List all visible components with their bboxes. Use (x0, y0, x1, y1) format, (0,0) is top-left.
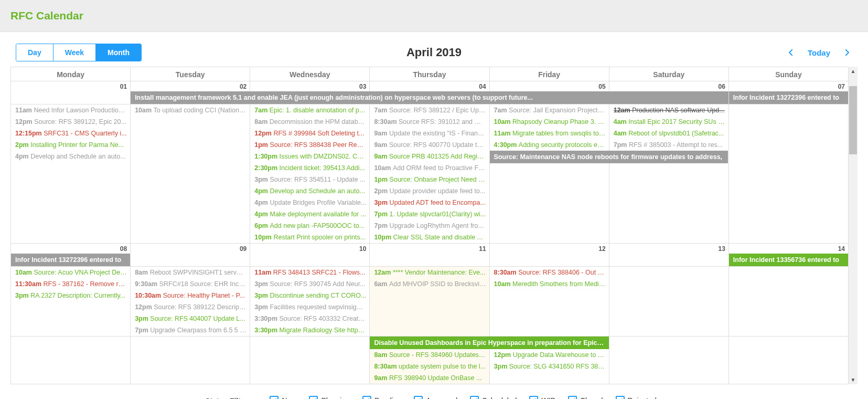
calendar-event[interactable]: 9am Source PRB 401325 Add Regis... (370, 151, 489, 162)
calendar-event[interactable]: 7am Epic: 1. disable annotation of pr... (250, 104, 369, 116)
calendar-event[interactable]: 6am Add MHVOIP SSID to Brecksvil... (370, 278, 489, 290)
calendar-event[interactable]: 10am Add ORM feed to Proactive Fo... (370, 162, 489, 174)
calendar-event[interactable]: 12pm Source: RFS 389122 Descripti... (131, 301, 250, 313)
calendar-event[interactable]: 1pm Source: Onbase Project Need to... (370, 174, 489, 185)
day-cell[interactable]: 7am Source: RFS 389122 / Epic Upg...8:30… (370, 104, 489, 244)
calendar-event[interactable]: 7am Source: RFS 389122 / Epic Upg... (370, 104, 489, 116)
day-cell[interactable]: 12pm Upgrade Data Warehouse to v...3pm S… (489, 349, 609, 384)
calendar-event[interactable]: 8am Source - RFS 384960 Updates ... (370, 349, 489, 361)
calendar-event[interactable]: 2pm Installing Printer for Parma Ne... (11, 139, 130, 151)
prev-month-button[interactable] (786, 47, 796, 58)
view-day-button[interactable]: Day (16, 44, 53, 61)
calendar-event[interactable]: 3:30pm Source: RFS 403332 Create ... (250, 313, 369, 324)
filter-wip[interactable]: WIP (529, 396, 555, 399)
day-cell[interactable]: 7am Source: Jail Expansion Project C...1… (489, 104, 609, 244)
calendar-event[interactable]: 10:30am Source: Healthy Planet - P... (131, 290, 250, 301)
scrollbar-thumb[interactable] (849, 86, 857, 154)
calendar-event[interactable]: 8:30am update system pulse to the l... (370, 361, 489, 372)
event-banner[interactable]: Infor Incident 13272396 entered to (11, 254, 130, 266)
calendar-event[interactable]: 3pm Source: SLG 4341650 RFS 387... (490, 361, 609, 372)
calendar-event[interactable]: 12am Production NAS software Upd... (609, 104, 728, 116)
calendar-event[interactable]: 2:30pm Incident ticket: 395413 Addi... (250, 162, 369, 174)
calendar-event[interactable]: 11am Migrate tables from swsqlis to ... (490, 128, 609, 139)
calendar-event[interactable]: 12pm Source: RFS 389122, Epic 20... (11, 116, 130, 128)
day-cell[interactable]: 7am Epic: 1. disable annotation of pr...… (250, 104, 370, 244)
calendar-event[interactable]: 4pm Develop and Schedule an auto... (11, 151, 130, 162)
calendar-event[interactable]: 10am To upload coding CCI (Nationa... (131, 104, 250, 116)
filter-scheduled[interactable]: Scheduled (470, 396, 517, 399)
next-month-button[interactable] (842, 47, 852, 58)
calendar-event[interactable]: 12am **** Vendor Maintenance: Eve... (370, 267, 489, 278)
calendar-event[interactable]: 10pm Clear SSL State and disable A... (370, 232, 489, 243)
day-cell[interactable]: 8:30am Source: RFS 388406 - Out o...10am… (489, 267, 609, 337)
day-cell[interactable]: 10am To upload coding CCI (Nationa... (131, 104, 250, 244)
day-cell[interactable] (250, 349, 370, 384)
scroll-up-arrow-icon[interactable]: ▲ (849, 67, 858, 76)
day-cell[interactable] (728, 267, 848, 337)
calendar-event[interactable]: 3pm Source: RFS 390745 Add Neur... (250, 278, 369, 290)
day-cell[interactable] (609, 349, 728, 384)
day-cell[interactable] (609, 267, 728, 337)
calendar-event[interactable]: 11:30am RFS - 387162 - Remove re... (11, 278, 130, 290)
day-cell[interactable]: 10am Source: Acuo VNA Project Des...11:3… (11, 267, 131, 337)
calendar-event[interactable]: 9am RFS 398940 Update OnBase ... (370, 372, 489, 384)
filter-new[interactable]: New (270, 396, 296, 399)
calendar-event[interactable]: 8:30am Source RFS: 391012 and Or... (370, 116, 489, 128)
day-cell[interactable]: 8am Source - RFS 384960 Updates ...8:30a… (370, 349, 489, 384)
calendar-event[interactable]: 1pm Source: RFS 388438 Peer Revi... (250, 139, 369, 151)
day-cell[interactable]: 11am RFS 348413 SRFC21 - Flows...3pm Sou… (250, 267, 370, 337)
calendar-event[interactable]: 8am Decommission the HPM databa... (250, 116, 369, 128)
calendar-event[interactable]: 10am Source: Acuo VNA Project Des... (11, 267, 130, 278)
calendar-event[interactable]: 4am Install Epic 2017 Security SUs (... (609, 116, 728, 128)
view-week-button[interactable]: Week (53, 44, 96, 61)
calendar-event[interactable]: 9am Update the existing "IS - Financ... (370, 128, 489, 139)
calendar-event[interactable]: 7pm Upgrade Clearpass from 6.5 5 t... (131, 324, 250, 336)
filter-planning[interactable]: Planning (309, 396, 350, 399)
calendar-event[interactable]: 9:30am SRFC#18 Source: EHR Incen... (131, 278, 250, 290)
calendar-event[interactable]: 4pm Develop and Schedule an auto... (250, 185, 369, 197)
event-banner[interactable]: Infor Incident 13272396 entered to (729, 91, 848, 104)
day-cell[interactable]: 11am Need Infor Lawson Production...12pm… (11, 104, 131, 244)
calendar-event[interactable]: 12pm Upgrade Data Warehouse to v... (490, 349, 609, 361)
calendar-event[interactable]: 4am Reboot of slpvstdb01 (Safetrac... (609, 128, 728, 139)
calendar-event[interactable]: 2pm Update provider update feed to... (370, 185, 489, 197)
day-cell[interactable]: 12am Production NAS software Upd...4am I… (609, 104, 728, 244)
vertical-scrollbar[interactable]: ▲ ▼ (849, 67, 858, 384)
filter-pending[interactable]: Pending (362, 396, 401, 399)
calendar-event[interactable]: 9am Source: RFS 400770 Update th... (370, 139, 489, 151)
event-banner[interactable]: Install management framework 5.1 and ena… (131, 91, 728, 104)
calendar-event[interactable]: 12pm RFS # 399984 Soft Deleting t... (250, 128, 369, 139)
calendar-event[interactable]: 8:30am Source: RFS 388406 - Out o... (490, 267, 609, 278)
calendar-event[interactable]: 3pm Discontinue sending CT CORO... (250, 290, 369, 301)
day-cell[interactable]: 12am **** Vendor Maintenance: Eve...6am … (370, 267, 489, 337)
day-cell[interactable]: 8am Reboot SWPVINSIGHT1 server...9:30am … (131, 267, 250, 337)
day-cell[interactable] (131, 349, 250, 384)
event-banner[interactable]: Source: Maintenance NAS node reboots for… (490, 151, 728, 163)
calendar-event[interactable]: 4pm Make deployment available for ... (250, 208, 369, 220)
calendar-event[interactable]: 7pm RFS # 385003 - Attempt to res... (609, 139, 728, 151)
view-month-button[interactable]: Month (96, 44, 141, 61)
calendar-event[interactable]: 4pm Update Bridges Profile Variable... (250, 197, 369, 208)
calendar-event[interactable]: 3pm Source: RFS 404007 Update L... (131, 313, 250, 324)
calendar-event[interactable]: 3pm RA 2327 Description: Currently... (11, 290, 130, 301)
event-banner[interactable]: Infor Incident 13356736 entered to (729, 254, 848, 266)
calendar-event[interactable]: 7pm Upgrade LogRhythm Agent fro... (370, 220, 489, 232)
calendar-event[interactable]: 7am Source: Jail Expansion Project C... (490, 104, 609, 116)
scroll-down-arrow-icon[interactable]: ▼ (849, 375, 858, 384)
calendar-event[interactable]: 3:30pm Migrate Radiology Site https... (250, 324, 369, 336)
calendar-event[interactable]: 3pm Updated ADT feed to Encompa... (370, 197, 489, 208)
calendar-event[interactable]: 4:30pm Adding security protocols en... (490, 139, 609, 151)
calendar-event[interactable]: 1:30pm Issues with DMZDNS02. Ca... (250, 151, 369, 162)
calendar-event[interactable]: 10am Rhapsody Cleanup Phase 3. R... (490, 116, 609, 128)
calendar-event[interactable]: 7pm 1. Update slpvclar01(Clarity) wi... (370, 208, 489, 220)
calendar-event[interactable]: 10pm Restart Print spooler on prints... (250, 232, 369, 243)
calendar-event[interactable]: 3pm Facilities requested swpvinsight... (250, 301, 369, 313)
calendar-event[interactable]: 12:15pm SRFC31 - CMS Quarterly i... (11, 128, 130, 139)
filter-closed[interactable]: Closed (568, 396, 603, 399)
calendar-event[interactable]: 3pm Source: RFS 354511 - Update ... (250, 174, 369, 185)
scrollbar-track[interactable] (849, 76, 858, 375)
day-cell[interactable] (728, 104, 848, 244)
calendar-event[interactable]: 6pm Add new plan -FAP500OOC to... (250, 220, 369, 232)
filter-rejected[interactable]: Rejected (616, 396, 657, 399)
calendar-event[interactable]: 8am Reboot SWPVINSIGHT1 server... (131, 267, 250, 278)
